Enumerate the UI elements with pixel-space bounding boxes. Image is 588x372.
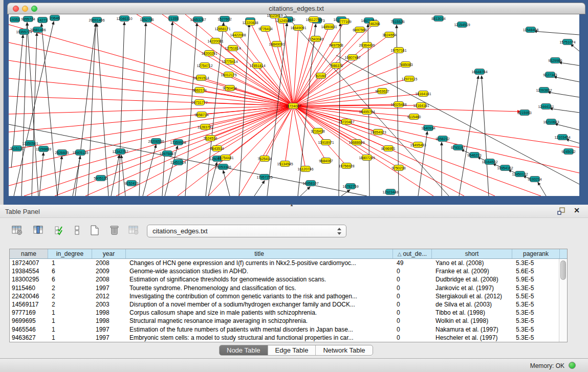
network-node[interactable]: 7485083 bbox=[401, 61, 411, 68]
network-node[interactable]: 12973115 bbox=[404, 76, 415, 82]
new-table-icon[interactable] bbox=[88, 224, 101, 237]
network-node[interactable]: 11543049 bbox=[311, 36, 321, 42]
network-node[interactable]: 20691406 bbox=[92, 17, 102, 23]
column-header-name[interactable]: name bbox=[10, 249, 48, 258]
network-node[interactable]: 7625414 bbox=[259, 156, 270, 162]
cell-pagerank[interactable]: 5.3E-5 bbox=[512, 284, 559, 292]
cell-year[interactable]: 2008 bbox=[92, 259, 126, 267]
cell-out_de[interactable]: 0 bbox=[393, 292, 432, 300]
network-node[interactable]: 18200291 bbox=[204, 50, 214, 56]
table-options-icon[interactable] bbox=[10, 224, 24, 237]
cell-in_degree[interactable]: 2 bbox=[48, 300, 92, 309]
cell-short[interactable]: Nakamura et al. (1997) bbox=[432, 325, 512, 334]
network-node[interactable]: 18495794 bbox=[362, 108, 372, 115]
network-node[interactable]: 12444151 bbox=[541, 103, 551, 110]
table-row[interactable]: 1830029562008Estimation of significance … bbox=[10, 275, 559, 283]
network-node[interactable]: 9858714 bbox=[197, 112, 207, 118]
network-node[interactable]: 12220838 bbox=[245, 19, 255, 26]
cell-name[interactable]: 9465546 bbox=[10, 325, 48, 334]
cell-in_degree[interactable]: 6 bbox=[48, 267, 92, 275]
cell-short[interactable]: Franke et al. (2009) bbox=[432, 267, 512, 275]
float-window-icon[interactable] bbox=[557, 207, 565, 215]
cell-in_degree[interactable]: 1 bbox=[48, 325, 92, 334]
network-node[interactable]: 10653287 bbox=[193, 16, 203, 23]
network-node[interactable]: 16754441 bbox=[221, 155, 231, 161]
network-node[interactable]: 9193214 bbox=[530, 176, 540, 182]
table-row[interactable]: 911546021997Tourette syndrome. Phenomeno… bbox=[10, 284, 559, 292]
cell-title[interactable]: Investigating the contribution of common… bbox=[126, 292, 393, 300]
cell-year[interactable]: 2008 bbox=[92, 275, 126, 283]
cell-year[interactable]: 1997 bbox=[92, 325, 126, 334]
network-node[interactable]: 12923448 bbox=[385, 189, 396, 195]
cell-title[interactable]: Estimation of the future numbers of pati… bbox=[126, 325, 393, 334]
column-header-year[interactable]: year bbox=[92, 249, 126, 258]
network-node[interactable]: 16958107 bbox=[306, 180, 316, 186]
cell-pagerank[interactable]: 5.3E-5 bbox=[512, 259, 559, 267]
column-header-in_degree[interactable]: in_degree bbox=[48, 249, 92, 258]
cell-year[interactable]: 1998 bbox=[92, 309, 126, 317]
network-node[interactable]: 15134545 bbox=[280, 161, 290, 167]
network-node[interactable]: 9329966 bbox=[550, 57, 560, 63]
cell-out_de[interactable]: 0 bbox=[393, 334, 432, 342]
cell-year[interactable]: 2009 bbox=[92, 267, 126, 275]
network-node[interactable]: 20053346 bbox=[218, 164, 228, 170]
network-node[interactable]: 12046310 bbox=[119, 15, 129, 21]
delete-column-icon[interactable] bbox=[107, 224, 121, 237]
cell-title[interactable]: Disruption of a novel member of a sodium… bbox=[126, 300, 393, 309]
cell-year[interactable]: 2003 bbox=[92, 300, 126, 309]
cell-pagerank[interactable]: 5.3E-5 bbox=[512, 334, 559, 342]
network-node[interactable]: 20646 bbox=[50, 15, 60, 21]
cell-year[interactable]: 1997 bbox=[92, 284, 126, 292]
cell-in_degree[interactable]: 2 bbox=[48, 292, 92, 300]
network-node[interactable]: 12164161 bbox=[416, 102, 426, 108]
network-node[interactable]: 15751074 bbox=[562, 39, 573, 45]
network-node[interactable]: 14422008 bbox=[233, 32, 243, 38]
cell-short[interactable]: Tibbo et al. (1998) bbox=[432, 309, 512, 317]
cell-out_de[interactable]: 0 bbox=[393, 284, 432, 292]
network-node[interactable]: 12342757 bbox=[115, 148, 125, 155]
network-node[interactable]: 3915131 bbox=[12, 145, 22, 151]
cell-short[interactable]: Hescheler et al. (1997) bbox=[432, 334, 512, 342]
cell-short[interactable]: Wolkin et al. (1998) bbox=[432, 317, 512, 325]
network-node[interactable]: 19654923 bbox=[373, 129, 383, 135]
network-node[interactable]: 9115460 bbox=[409, 114, 419, 120]
network-node[interactable]: 3824554 bbox=[384, 32, 395, 38]
network-node[interactable]: 1352706 bbox=[142, 16, 152, 23]
network-node[interactable]: 9358212 bbox=[438, 136, 448, 142]
network-node[interactable]: 9777169 bbox=[339, 18, 350, 25]
network-node[interactable]: 18164161 bbox=[418, 91, 428, 97]
network-node[interactable]: 12450132 bbox=[515, 171, 525, 177]
network-node[interactable]: 1640934 bbox=[423, 125, 433, 131]
network-node[interactable]: 12154519 bbox=[457, 21, 467, 28]
network-node[interactable]: 10954162 bbox=[500, 165, 510, 171]
cell-pagerank[interactable]: 5.5E-5 bbox=[512, 292, 559, 300]
network-node[interactable]: 19756928 bbox=[341, 163, 352, 169]
network-node[interactable]: 9643514 bbox=[212, 145, 222, 151]
network-node[interactable]: 8813014 bbox=[433, 15, 444, 21]
table-row[interactable]: 946362711997Embryonic stem cells: a mode… bbox=[10, 334, 559, 342]
network-node[interactable]: 16120746 bbox=[300, 166, 311, 172]
memory-ok-icon[interactable] bbox=[569, 362, 576, 369]
network-node[interactable]: 20206536 bbox=[151, 138, 161, 144]
network-node[interactable]: 15905135 bbox=[75, 149, 85, 156]
column-header-out_de[interactable]: △out_de... bbox=[393, 249, 432, 258]
table-row[interactable]: 977716911998Corpus callosum shape and si… bbox=[10, 309, 559, 317]
network-node[interactable]: 20681406 bbox=[33, 27, 43, 33]
network-node[interactable]: 9776414 bbox=[260, 26, 271, 32]
tab-edge-table[interactable]: Edge Table bbox=[268, 345, 316, 355]
table-row[interactable]: 1872400712008Changes of HCN gene express… bbox=[10, 259, 559, 267]
network-node[interactable]: 16291514 bbox=[196, 75, 206, 81]
cell-year[interactable]: 1998 bbox=[92, 317, 126, 325]
column-header-title[interactable]: title bbox=[126, 249, 393, 258]
cell-out_de[interactable]: 0 bbox=[393, 317, 432, 325]
table-row[interactable]: 1456911722003Disruption of a novel membe… bbox=[10, 300, 559, 309]
cell-name[interactable]: 19384554 bbox=[10, 267, 48, 275]
network-node[interactable]: 9245012 bbox=[563, 148, 574, 155]
network-node[interactable]: 10807487 bbox=[347, 54, 358, 60]
network-node[interactable]: 6793197 bbox=[453, 144, 463, 150]
cell-out_de[interactable]: 0 bbox=[393, 267, 432, 275]
network-node[interactable]: 12103454 bbox=[557, 134, 568, 140]
table-row[interactable]: 2242004622012Investigating the contribut… bbox=[10, 292, 559, 300]
close-panel-icon[interactable]: ✕ bbox=[574, 206, 580, 214]
network-node[interactable]: 9750414 bbox=[225, 85, 235, 91]
